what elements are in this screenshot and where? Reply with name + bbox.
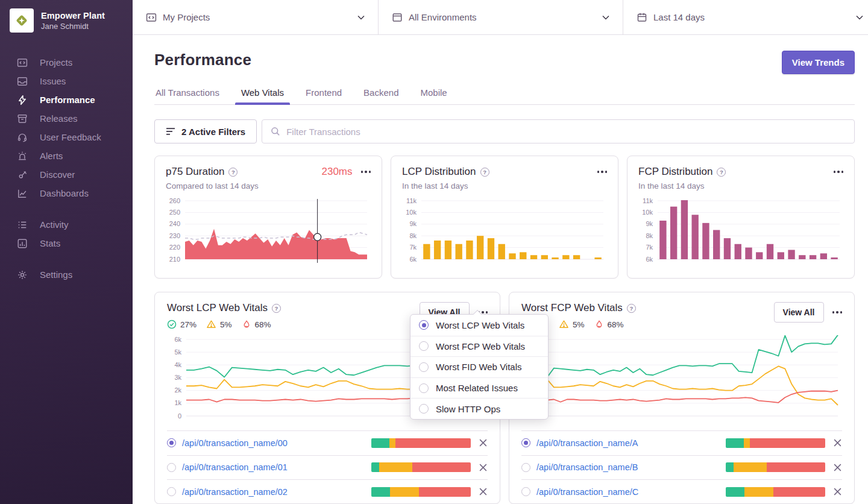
help-icon[interactable]: ? xyxy=(717,168,726,177)
radio-button[interactable] xyxy=(521,438,530,447)
transaction-list: /api/0/transaction_name/00 /api/0/transa… xyxy=(167,430,488,504)
sidebar-item-label: Settings xyxy=(40,269,72,280)
warning-triangle-icon xyxy=(206,320,216,329)
help-icon[interactable]: ? xyxy=(272,304,281,313)
search-input[interactable] xyxy=(286,127,846,137)
radio-button[interactable] xyxy=(167,438,176,447)
sidebar-item-stats[interactable]: Stats xyxy=(0,234,133,253)
ellipsis-menu-icon[interactable] xyxy=(361,171,371,173)
ellipsis-menu-icon[interactable] xyxy=(832,311,843,313)
date-range-label: Last 14 days xyxy=(653,12,850,22)
transaction-link[interactable]: /api/0/transaction_name/B xyxy=(536,462,638,472)
lcp-chart: 11k10k9k8k7k6k xyxy=(402,197,607,271)
help-icon[interactable]: ? xyxy=(480,168,489,177)
transaction-link[interactable]: /api/0/transaction_name/C xyxy=(536,487,638,497)
page-title: Performance xyxy=(154,51,251,69)
settings-icon xyxy=(17,269,28,280)
svg-text:4k: 4k xyxy=(174,361,181,368)
fcp-chart: 11k10k9k8k7k6k xyxy=(638,197,843,271)
menu-item-most-related-issues[interactable]: Most Related Issues xyxy=(410,377,548,398)
sidebar-item-dashboards[interactable]: Dashboards xyxy=(0,184,133,203)
sidebar-item-label: Issues xyxy=(40,76,66,86)
worst-fcp-chart: 6k5k4k3k2k1k0 xyxy=(521,335,842,428)
view-all-button[interactable]: View All xyxy=(774,302,824,323)
date-range-selector[interactable]: Last 14 days xyxy=(623,0,868,34)
chevron-down-icon xyxy=(357,15,365,20)
flame-icon xyxy=(242,320,251,329)
close-icon[interactable] xyxy=(833,438,842,447)
sidebar-item-user-feedback[interactable]: User Feedback xyxy=(0,128,133,146)
transaction-link[interactable]: /api/0/transaction_name/00 xyxy=(182,438,288,448)
sidebar-item-activity[interactable]: Activity xyxy=(0,215,133,234)
svg-text:9k: 9k xyxy=(409,220,417,227)
tab-all-transactions[interactable]: All Transactions xyxy=(154,84,221,104)
radio-button[interactable] xyxy=(521,487,530,496)
close-icon[interactable] xyxy=(833,487,842,496)
help-icon[interactable]: ? xyxy=(228,168,237,177)
ellipsis-menu-icon[interactable] xyxy=(597,171,608,173)
environment-selector-label: All Environments xyxy=(409,12,596,22)
radio-button xyxy=(419,383,429,393)
card-subtitle: Compared to last 14 days xyxy=(166,181,371,191)
p75-duration-card: p75 Duration ? 230ms Compared to last 14… xyxy=(154,156,382,279)
view-trends-button[interactable]: View Trends xyxy=(782,51,855,74)
sidebar-item-issues[interactable]: Issues xyxy=(0,72,133,90)
sidebar-item-settings[interactable]: Settings xyxy=(0,265,133,284)
sidebar-item-performance[interactable]: Performance xyxy=(0,90,133,109)
menu-item-worst-fcp[interactable]: Worst FCP Web Vitals xyxy=(410,336,548,357)
svg-text:10k: 10k xyxy=(406,209,417,216)
close-icon[interactable] xyxy=(833,463,842,472)
svg-text:9k: 9k xyxy=(646,220,653,227)
sidebar-item-alerts[interactable]: Alerts xyxy=(0,146,133,165)
table-row: /api/0/transaction_name/01 xyxy=(167,455,488,480)
meh-percent: 5% xyxy=(573,320,585,329)
search-box xyxy=(262,119,855,143)
svg-text:6k: 6k xyxy=(174,336,181,343)
sidebar-item-label: Alerts xyxy=(40,151,63,161)
p75-value: 230ms xyxy=(321,166,352,178)
menu-item-worst-fid[interactable]: Worst FID Web Vitals xyxy=(410,356,548,377)
discover-icon xyxy=(17,169,28,180)
sidebar-item-discover[interactable]: Discover xyxy=(0,165,133,184)
transaction-link[interactable]: /api/0/transaction_name/02 xyxy=(182,487,288,497)
svg-text:2k: 2k xyxy=(174,386,181,394)
environment-selector[interactable]: All Environments xyxy=(379,0,623,34)
tab-frontend[interactable]: Frontend xyxy=(304,84,343,104)
poor-percent: 68% xyxy=(255,320,271,329)
radio-button[interactable] xyxy=(167,487,176,496)
radio-button[interactable] xyxy=(167,463,176,472)
org-logo-icon xyxy=(10,8,34,33)
projects-icon xyxy=(17,57,28,68)
org-switcher[interactable]: Empower Plant Jane Schmidt xyxy=(0,0,133,39)
transaction-link[interactable]: /api/0/transaction_name/A xyxy=(536,438,638,448)
sidebar-item-releases[interactable]: Releases xyxy=(0,109,133,128)
calendar-icon xyxy=(637,12,647,23)
close-icon[interactable] xyxy=(479,463,488,472)
radio-button[interactable] xyxy=(521,463,530,472)
sidebar-item-label: Dashboards xyxy=(40,188,89,198)
svg-text:260: 260 xyxy=(169,197,180,204)
menu-item-label: Most Related Issues xyxy=(436,383,518,393)
vitals-bar xyxy=(726,462,825,472)
svg-text:0: 0 xyxy=(178,412,181,420)
app-root: Empower Plant Jane Schmidt Projects Issu… xyxy=(0,0,868,504)
table-row: /api/0/transaction_name/A xyxy=(521,430,842,455)
vitals-stats: 27% 5% 68% xyxy=(167,320,281,329)
project-selector[interactable]: My Projects xyxy=(133,0,379,34)
menu-item-slow-http-ops[interactable]: Slow HTTP Ops xyxy=(410,398,548,419)
menu-item-worst-lcp[interactable]: Worst LCP Web Vitals xyxy=(410,315,548,336)
vitals-bar xyxy=(726,438,825,448)
active-filters-label: 2 Active Filters xyxy=(181,127,245,137)
close-icon[interactable] xyxy=(479,438,488,447)
transaction-link[interactable]: /api/0/transaction_name/01 xyxy=(182,462,288,472)
help-icon[interactable]: ? xyxy=(627,304,636,313)
tab-web-vitals[interactable]: Web Vitals xyxy=(240,84,285,104)
ellipsis-menu-icon[interactable] xyxy=(834,171,844,173)
tab-backend[interactable]: Backend xyxy=(362,84,400,104)
active-filters-button[interactable]: 2 Active Filters xyxy=(154,119,257,143)
sidebar-item-projects[interactable]: Projects xyxy=(0,53,133,72)
org-name: Empower Plant xyxy=(41,11,105,20)
tab-mobile[interactable]: Mobile xyxy=(419,84,448,104)
close-icon[interactable] xyxy=(479,487,488,496)
worst-fcp-card: Worst FCP Web Vitals ? 5% 68% Vie xyxy=(509,292,855,504)
